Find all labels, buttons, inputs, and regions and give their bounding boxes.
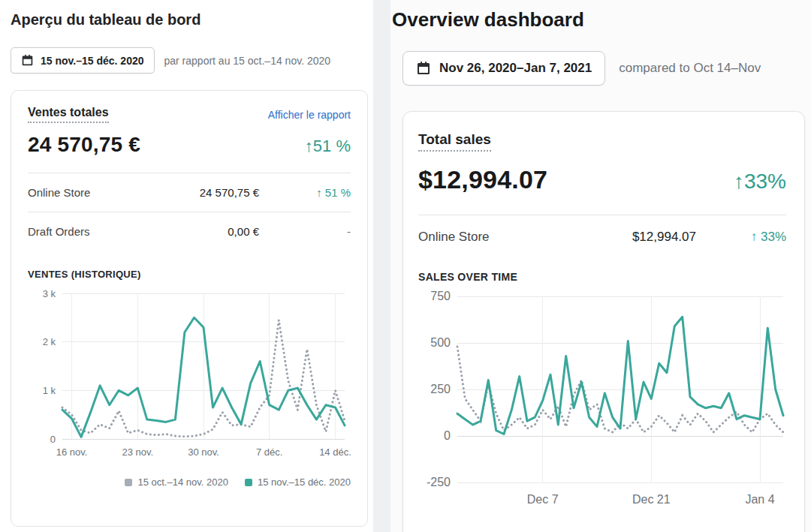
- svg-text:0: 0: [50, 434, 56, 445]
- total-sales-change: ↑33%: [734, 170, 786, 194]
- sales-history-chart: 01 k2 k3 k16 nov.23 nov.30 nov.7 déc.14 …: [28, 287, 351, 461]
- svg-text:0: 0: [444, 429, 451, 442]
- date-filter-row: Nov 26, 2020–Jan 7, 2021 compared to Oct…: [402, 51, 761, 86]
- total-sales-card: Total sales $12,994.07 ↑33% Online Store…: [402, 111, 805, 532]
- chart-section-title: SALES OVER TIME: [418, 271, 786, 283]
- row-label: Online Store: [418, 230, 557, 245]
- row-value: 0,00 €: [143, 225, 259, 238]
- date-range-label: Nov 26, 2020–Jan 7, 2021: [439, 61, 592, 76]
- svg-text:Jan 4: Jan 4: [745, 493, 774, 506]
- comparison-text: compared to Oct 14–Nov: [619, 61, 761, 76]
- table-row: Online Store $12,994.07 ↑ 33%: [418, 215, 786, 259]
- row-change: ↑ 51 %: [259, 186, 351, 199]
- total-sales-value: 24 570,75 €: [28, 133, 140, 157]
- dashboard-panel-english: Overview dashboard Nov 26, 2020–Jan 7, 2…: [390, 0, 811, 532]
- row-change: -: [259, 225, 351, 238]
- svg-text:30 nov.: 30 nov.: [188, 446, 219, 458]
- svg-text:500: 500: [430, 336, 451, 349]
- svg-text:14 déc.: 14 déc.: [319, 446, 351, 458]
- table-row: Draft Orders 0,00 € -: [28, 212, 351, 251]
- svg-text:23 nov.: 23 nov.: [122, 446, 153, 458]
- row-change: ↑ 33%: [696, 230, 786, 245]
- legend-swatch: [125, 479, 132, 486]
- svg-text:Dec 7: Dec 7: [527, 493, 559, 506]
- chart-section-title: VENTES (HISTORIQUE): [28, 269, 351, 280]
- calendar-icon: [416, 61, 431, 76]
- dashboard-panel-french: Aperçu du tableau de bord 15 nov.–15 déc…: [0, 0, 373, 532]
- svg-text:1 k: 1 k: [43, 385, 56, 396]
- total-sales-change: ↑51 %: [305, 137, 351, 156]
- row-label: Draft Orders: [28, 225, 143, 238]
- svg-text:250: 250: [430, 383, 451, 395]
- metric-title[interactable]: Ventes totales: [28, 106, 109, 123]
- row-value: 24 570,75 €: [143, 186, 259, 199]
- row-label: Online Store: [28, 186, 143, 199]
- view-report-link[interactable]: Afficher le rapport: [268, 109, 351, 121]
- page-title: Aperçu du tableau de bord: [11, 11, 200, 29]
- svg-text:2 k: 2 k: [43, 336, 56, 347]
- svg-text:3 k: 3 k: [43, 288, 56, 299]
- comparison-text: par rapport au 15 oct.–14 nov. 2020: [164, 55, 331, 67]
- svg-text:Dec 21: Dec 21: [632, 493, 671, 506]
- svg-text:750: 750: [430, 290, 451, 302]
- table-row: Online Store 24 570,75 € ↑ 51 %: [28, 173, 351, 212]
- legend-item-current: 15 nov.–15 déc. 2020: [245, 476, 351, 488]
- date-range-button[interactable]: Nov 26, 2020–Jan 7, 2021: [402, 51, 605, 86]
- svg-text:7 déc.: 7 déc.: [256, 446, 282, 458]
- page-title: Overview dashboard: [392, 8, 584, 32]
- sales-over-time-chart: -2500250500750Dec 7Dec 21Jan 4: [418, 290, 786, 509]
- legend-item-previous: 15 oct.–14 nov. 2020: [125, 476, 228, 488]
- svg-text:16 nov.: 16 nov.: [56, 446, 88, 458]
- legend-swatch: [245, 479, 252, 486]
- calendar-icon: [21, 54, 34, 67]
- svg-text:-250: -250: [427, 476, 451, 488]
- total-sales-card: Ventes totales Afficher le rapport 24 57…: [11, 90, 368, 527]
- metric-title[interactable]: Total sales: [418, 131, 491, 152]
- row-value: $12,994.07: [557, 230, 696, 245]
- legend-label: 15 oct.–14 nov. 2020: [137, 476, 228, 488]
- date-filter-row: 15 nov.–15 déc. 2020 par rapport au 15 o…: [11, 47, 330, 74]
- total-sales-value: $12,994.07: [418, 165, 547, 194]
- chart-legend: 15 oct.–14 nov. 2020 15 nov.–15 déc. 202…: [28, 476, 351, 488]
- legend-label: 15 nov.–15 déc. 2020: [258, 476, 351, 488]
- date-range-label: 15 nov.–15 déc. 2020: [41, 55, 144, 67]
- panel-divider: [373, 0, 390, 532]
- date-range-button[interactable]: 15 nov.–15 déc. 2020: [11, 47, 155, 74]
